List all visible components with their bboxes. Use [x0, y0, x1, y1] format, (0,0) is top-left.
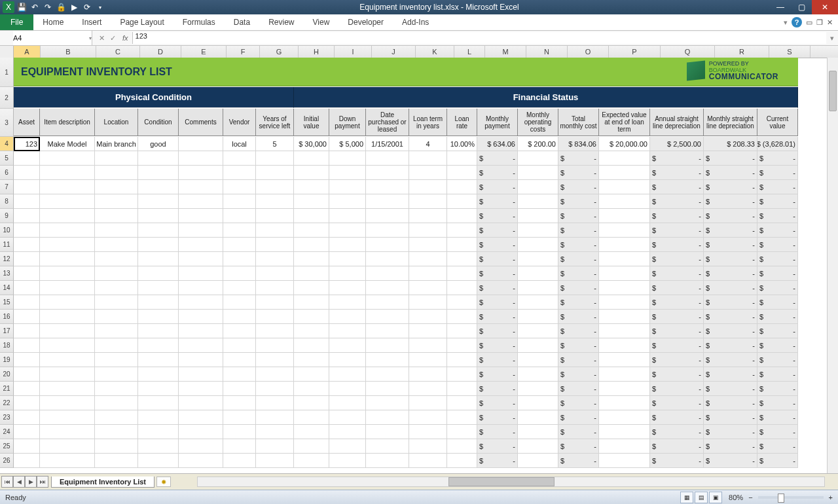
ribbon-tab-add-ins[interactable]: Add-Ins	[393, 14, 438, 30]
cell-empty[interactable]	[95, 410, 138, 425]
cell-empty[interactable]: $-	[477, 194, 518, 209]
cell-empty[interactable]	[294, 166, 329, 180]
cell-empty[interactable]	[294, 382, 329, 396]
cell-empty[interactable]	[40, 266, 95, 281]
cell-empty[interactable]	[95, 194, 138, 209]
cell-empty[interactable]: $-	[558, 396, 599, 410]
header-condition[interactable]: Condition	[138, 109, 179, 136]
cell-empty[interactable]	[366, 151, 409, 166]
cell-empty[interactable]: $-	[477, 410, 518, 425]
cell-empty[interactable]: $-	[477, 209, 518, 223]
header-item-description[interactable]: Item description	[40, 109, 95, 136]
vertical-scrollbar[interactable]	[827, 58, 838, 474]
cell-empty[interactable]	[223, 238, 256, 252]
header-annual-straight-line-depreciation[interactable]: Annual straight line depreciation	[650, 109, 704, 136]
cell-empty[interactable]: $-	[558, 238, 599, 252]
col-header-Q[interactable]: Q	[661, 46, 715, 58]
cell-empty[interactable]	[256, 194, 294, 209]
cell-empty[interactable]: $-	[650, 454, 704, 468]
row-header-8[interactable]: 8	[0, 194, 14, 209]
cell-empty[interactable]	[366, 310, 409, 324]
cell-empty[interactable]: $-	[757, 194, 798, 209]
cell-empty[interactable]	[223, 209, 256, 223]
cell-empty[interactable]: $-	[757, 180, 798, 194]
cell-empty[interactable]	[329, 353, 366, 367]
cell-empty[interactable]: $-	[650, 295, 704, 310]
close-button[interactable]: ✕	[812, 0, 838, 14]
cell-empty[interactable]: $-	[757, 166, 798, 180]
ribbon-restore-icon[interactable]: ❐	[816, 18, 823, 27]
cell-empty[interactable]	[599, 151, 650, 166]
cell-empty[interactable]	[518, 410, 558, 425]
cell-empty[interactable]	[518, 439, 558, 454]
cell-empty[interactable]: $-	[558, 209, 599, 223]
cell-empty[interactable]	[179, 353, 223, 367]
cell-empty[interactable]	[95, 439, 138, 454]
col-header-E[interactable]: E	[181, 46, 227, 58]
cell-empty[interactable]	[409, 266, 447, 281]
cell-empty[interactable]	[366, 238, 409, 252]
cell-empty[interactable]	[256, 382, 294, 396]
cell-empty[interactable]: $-	[650, 151, 704, 166]
cell-empty[interactable]	[14, 166, 40, 180]
cell-empty[interactable]	[14, 151, 40, 166]
lock-icon[interactable]: 🔒	[55, 1, 67, 13]
row-header-1[interactable]: 1	[0, 58, 14, 87]
cell-empty[interactable]	[366, 425, 409, 439]
cell-empty[interactable]	[409, 310, 447, 324]
ribbon-tab-home[interactable]: Home	[33, 14, 73, 30]
ribbon-tab-insert[interactable]: Insert	[73, 14, 111, 30]
row-header-17[interactable]: 17	[0, 324, 14, 338]
cell-empty[interactable]	[14, 425, 40, 439]
row-header-14[interactable]: 14	[0, 281, 14, 295]
cell-empty[interactable]	[599, 367, 650, 382]
cell-empty[interactable]	[14, 194, 40, 209]
cell-comments[interactable]	[179, 137, 223, 151]
view-normal-icon[interactable]: ▦	[680, 492, 693, 503]
cell-empty[interactable]	[518, 338, 558, 353]
cell-empty[interactable]: $-	[558, 324, 599, 338]
cell-empty[interactable]: $-	[704, 209, 757, 223]
cell-empty[interactable]	[329, 166, 366, 180]
zoom-in-icon[interactable]: +	[829, 494, 833, 501]
cell-empty[interactable]	[223, 223, 256, 238]
row-header-9[interactable]: 9	[0, 209, 14, 223]
header-monthly-payment[interactable]: Monthly payment	[477, 109, 518, 136]
cell-empty[interactable]	[256, 367, 294, 382]
cell-empty[interactable]	[95, 281, 138, 295]
row-header-16[interactable]: 16	[0, 310, 14, 324]
cell-empty[interactable]	[14, 223, 40, 238]
cell-empty[interactable]	[138, 295, 179, 310]
col-header-H[interactable]: H	[299, 46, 335, 58]
cell-empty[interactable]: $-	[558, 295, 599, 310]
cell-empty[interactable]	[256, 151, 294, 166]
cell-empty[interactable]	[179, 194, 223, 209]
cell-empty[interactable]	[329, 209, 366, 223]
select-all-corner[interactable]	[0, 46, 14, 58]
cell-empty[interactable]	[409, 338, 447, 353]
cell-empty[interactable]	[329, 252, 366, 266]
cell-empty[interactable]	[40, 454, 95, 468]
cell-empty[interactable]	[447, 425, 477, 439]
ribbon-tab-page-layout[interactable]: Page Layout	[111, 14, 173, 30]
cell-empty[interactable]	[256, 396, 294, 410]
cell-empty[interactable]: $-	[757, 223, 798, 238]
cell-empty[interactable]	[256, 281, 294, 295]
col-header-D[interactable]: D	[140, 46, 181, 58]
cell-empty[interactable]: $-	[477, 454, 518, 468]
cell-empty[interactable]	[223, 382, 256, 396]
cell-empty[interactable]	[179, 396, 223, 410]
horizontal-scrollbar[interactable]	[197, 477, 825, 487]
cell-empty[interactable]	[294, 223, 329, 238]
row-header-2[interactable]: 2	[0, 87, 14, 109]
cell-empty[interactable]: $-	[477, 396, 518, 410]
cell-empty[interactable]	[95, 166, 138, 180]
col-header-S[interactable]: S	[769, 46, 811, 58]
cell-empty[interactable]	[138, 281, 179, 295]
cell-empty[interactable]: $-	[757, 410, 798, 425]
cell-empty[interactable]	[366, 353, 409, 367]
cell-empty[interactable]: $-	[558, 382, 599, 396]
cell-empty[interactable]	[518, 281, 558, 295]
cell-empty[interactable]: $-	[558, 367, 599, 382]
cell-empty[interactable]: $-	[477, 295, 518, 310]
